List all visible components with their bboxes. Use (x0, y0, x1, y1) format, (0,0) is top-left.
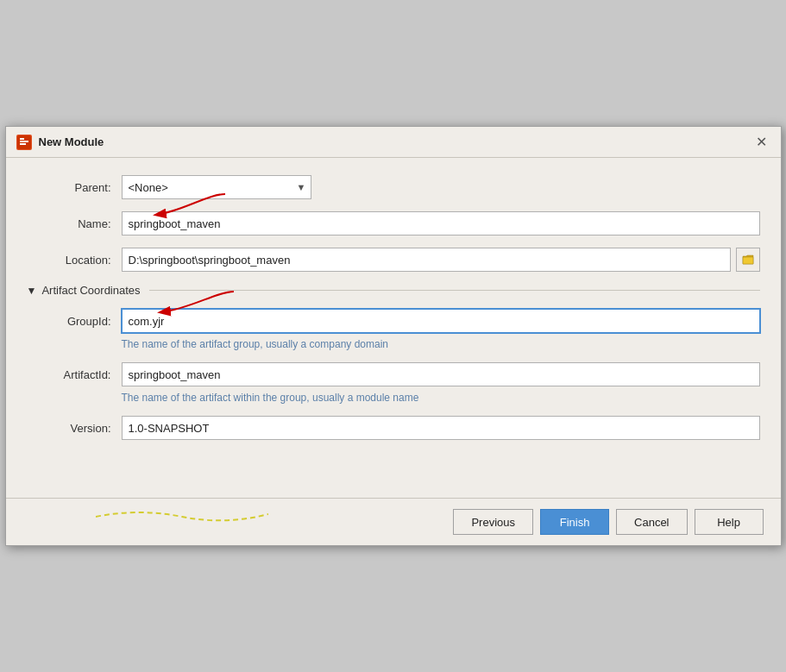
svg-rect-5 (743, 257, 753, 264)
groupid-input[interactable] (122, 309, 760, 333)
groupid-field (122, 309, 760, 333)
name-row: Name: (27, 211, 760, 236)
new-module-dialog: New Module ✕ Parent: <None> ▼ Name: (5, 126, 782, 546)
section-divider (149, 290, 760, 291)
dialog-footer: Previous Finish Cancel Help (6, 498, 781, 545)
artifact-section-header: ▼ Artifact Coordinates (27, 284, 760, 297)
section-title: Artifact Coordinates (41, 284, 140, 297)
version-field (122, 416, 760, 440)
location-field (122, 248, 760, 272)
dialog-body: Parent: <None> ▼ Name: (6, 158, 781, 498)
groupid-hint: The name of the artifact group, usually … (122, 338, 760, 350)
folder-icon (742, 254, 754, 265)
groupid-row: GroupId: (27, 309, 760, 333)
section-toggle-icon[interactable]: ▼ (27, 285, 37, 297)
parent-row: Parent: <None> ▼ (27, 175, 760, 199)
previous-button[interactable]: Previous (453, 509, 533, 535)
version-row: Version: (27, 416, 760, 440)
svg-rect-3 (20, 138, 24, 140)
svg-rect-2 (20, 143, 26, 145)
name-input[interactable] (122, 211, 760, 236)
cancel-button[interactable]: Cancel (616, 509, 687, 535)
name-field (122, 211, 760, 236)
name-label: Name: (27, 217, 122, 230)
dialog-title: New Module (39, 135, 104, 148)
browse-folder-button[interactable] (736, 248, 760, 272)
close-button[interactable]: ✕ (753, 134, 770, 151)
version-label: Version: (27, 422, 122, 435)
parent-field: <None> ▼ (122, 175, 760, 199)
dialog-icon (16, 135, 32, 150)
title-bar: New Module ✕ (6, 127, 781, 158)
location-input[interactable] (122, 248, 731, 272)
help-button[interactable]: Help (695, 509, 764, 535)
artifactid-row: ArtifactId: (27, 362, 760, 386)
parent-select[interactable]: <None> (122, 175, 311, 199)
location-row: Location: (27, 248, 760, 272)
artifactid-hint: The name of the artifact within the grou… (122, 392, 760, 404)
finish-button[interactable]: Finish (540, 509, 609, 535)
artifactid-input[interactable] (122, 362, 760, 386)
parent-label: Parent: (27, 181, 122, 194)
parent-select-wrapper: <None> ▼ (122, 175, 311, 199)
location-label: Location: (27, 254, 122, 267)
title-bar-left: New Module (16, 135, 104, 150)
artifactid-label: ArtifactId: (27, 368, 122, 381)
groupid-label: GroupId: (27, 315, 122, 328)
svg-rect-1 (20, 141, 28, 142)
artifactid-field (122, 362, 760, 386)
version-input[interactable] (122, 416, 760, 440)
